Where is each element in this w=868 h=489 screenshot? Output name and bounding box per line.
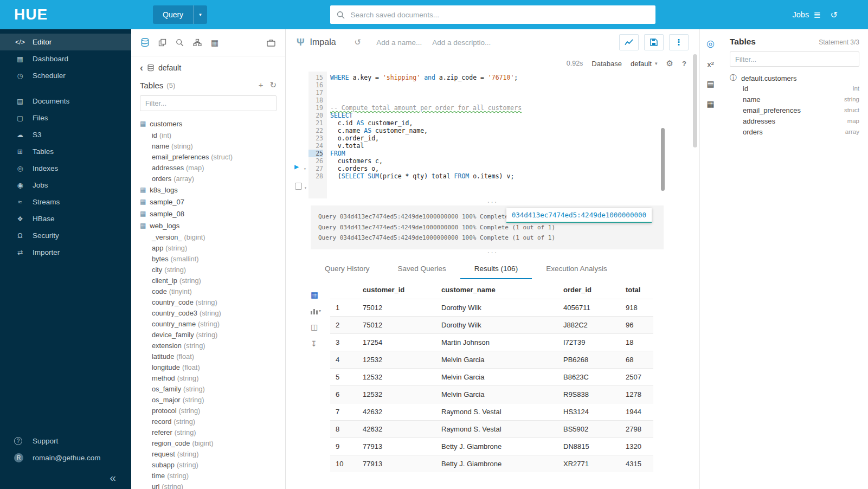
statement-selector-caret[interactable]: ▾ [304, 184, 307, 192]
result-cell[interactable]: Betty J. Giambrone [436, 455, 558, 472]
result-cell[interactable]: Martin Johnson [436, 333, 558, 351]
chart-view-icon[interactable]: ▾ [311, 308, 330, 314]
download-icon[interactable]: ↧ [311, 339, 330, 348]
result-cell[interactable]: HS3124 [558, 403, 620, 420]
assist-table-web-logs[interactable]: ▦web_logs [140, 220, 277, 231]
result-row[interactable]: 317254Martin JohnsonI72T3918 [330, 333, 653, 351]
result-cell[interactable]: 68 [620, 351, 653, 368]
result-cell[interactable]: 96 [620, 316, 653, 333]
assist-column-latitude[interactable]: latitude (float) [140, 351, 277, 362]
assist-table-sample-08[interactable]: ▦sample_08 [140, 208, 277, 220]
result-cell[interactable]: BS5902 [558, 420, 620, 437]
execute-button[interactable]: ▶ [294, 163, 299, 170]
result-cell[interactable]: 4315 [620, 455, 653, 472]
assist-column-method[interactable]: method (string) [140, 372, 277, 383]
result-cell[interactable]: 12532 [357, 351, 436, 368]
assist-column-version[interactable]: _version_ (bigint) [140, 231, 277, 242]
assist-column-email-preferences[interactable]: email_preferences (struct) [140, 151, 277, 162]
result-cell[interactable]: R9S838 [558, 385, 620, 403]
result-row[interactable]: 275012Dorothy WilkJ882C296 [330, 316, 653, 333]
assist-column-country-code3[interactable]: country_code3 (string) [140, 307, 277, 318]
result-row[interactable]: 842632Raymond S. VestalBS59022798 [330, 420, 653, 437]
new-query-button[interactable]: Query [153, 5, 193, 24]
result-row[interactable]: 612532Melvin GarciaR9S8381278 [330, 385, 653, 403]
grid-view-icon[interactable]: ▦ [311, 290, 330, 300]
results-col-order-id[interactable]: order_id [558, 281, 620, 299]
result-cell[interactable]: 42632 [357, 403, 436, 420]
execute-options-caret[interactable]: ▾ [304, 165, 306, 173]
sidebar-item-security[interactable]: ΩSecurity [0, 227, 131, 244]
sidebar-item-hbase[interactable]: ❖HBase [0, 210, 131, 227]
result-cell[interactable]: 75012 [357, 316, 436, 333]
results-col-customer-id[interactable]: customer_id [357, 281, 436, 299]
result-row[interactable]: 175012Dorothy Wilk4056711918 [330, 299, 653, 316]
query-history-icon[interactable]: ↺ [355, 37, 362, 47]
hue-logo[interactable]: HUE [14, 6, 48, 23]
columns-view-icon[interactable]: ◫ [311, 323, 330, 331]
result-cell[interactable]: Melvin Garcia [436, 385, 558, 403]
search-input[interactable] [350, 10, 649, 20]
result-cell[interactable]: Dorothy Wilk [436, 316, 558, 333]
sitemap-icon[interactable] [193, 38, 202, 47]
assist-column-os-major[interactable]: os_major (string) [140, 394, 277, 405]
databases-icon[interactable] [141, 38, 149, 47]
sidebar-item-jobs[interactable]: ◉Jobs [0, 177, 131, 194]
result-cell[interactable]: 1278 [620, 385, 653, 403]
code-editor[interactable]: ▶ ▾ ▾ 1516171819202122232425262728 WHERE… [286, 72, 699, 198]
result-cell[interactable]: 4056711 [558, 299, 620, 316]
assist-column-referer[interactable]: referer (string) [140, 427, 277, 437]
result-cell[interactable]: PB6268 [558, 351, 620, 368]
sidebar-item-tables[interactable]: ⊞Tables [0, 143, 131, 160]
tab-query-history[interactable]: Query History [311, 260, 384, 279]
tab-saved-queries[interactable]: Saved Queries [384, 260, 460, 279]
add-table-icon[interactable]: + [259, 80, 263, 90]
sidebar-item-streams[interactable]: ≈Streams [0, 194, 131, 210]
resize-handle-bottom[interactable]: ··· [286, 249, 699, 255]
results-col-total[interactable]: total [620, 281, 653, 299]
assist-column-record[interactable]: record (string) [140, 416, 277, 427]
code-content[interactable]: WHERE a.key = 'shipping' and a.zip_code … [327, 72, 699, 198]
right-assist-filter-input[interactable] [730, 52, 859, 67]
sidebar-item-importer[interactable]: ⇄Importer [0, 244, 131, 261]
main-scrollbar[interactable] [693, 54, 697, 147]
assistant-icon[interactable]: ◎ [706, 38, 715, 49]
result-cell[interactable]: Dorothy Wilk [436, 299, 558, 316]
assist-column-id[interactable]: id (int) [140, 130, 277, 140]
result-cell[interactable]: 12532 [357, 368, 436, 385]
result-cell[interactable]: 42632 [357, 420, 436, 437]
result-cell[interactable]: 1320 [620, 437, 653, 455]
results-col-index[interactable] [330, 281, 357, 299]
ra-column-name[interactable]: namestring [730, 94, 859, 105]
resize-handle-top[interactable]: ··· [286, 198, 699, 204]
sidebar-item-editor[interactable]: </>Editor [0, 34, 131, 50]
query-id-popup[interactable]: 034d413ec7474ed5:4249de1000000000 [506, 208, 652, 223]
zoom-icon[interactable] [176, 38, 184, 47]
current-database[interactable]: default [158, 63, 181, 72]
ra-column-orders[interactable]: ordersarray [730, 126, 859, 137]
result-row[interactable]: 742632Raymond S. VestalHS31241944 [330, 403, 653, 420]
sidebar-item-files[interactable]: ▢Files [0, 110, 131, 126]
assist-column-region-code[interactable]: region_code (bigint) [140, 437, 277, 448]
result-cell[interactable]: 75012 [357, 299, 436, 316]
result-row[interactable]: 412532Melvin GarciaPB626868 [330, 351, 653, 368]
functions-icon[interactable]: x² [707, 60, 714, 69]
result-cell[interactable]: 77913 [357, 437, 436, 455]
assist-column-subapp[interactable]: subapp (string) [140, 459, 277, 470]
assist-column-time[interactable]: time (string) [140, 470, 277, 481]
assist-column-request[interactable]: request (string) [140, 448, 277, 459]
ra-column-id[interactable]: idint [730, 83, 859, 94]
result-cell[interactable]: 2507 [620, 368, 653, 385]
sidebar-item-user[interactable]: R romain@gethue.com [0, 449, 131, 466]
result-cell[interactable]: XR2771 [558, 455, 620, 472]
result-cell[interactable]: 1944 [620, 403, 653, 420]
assist-column-os-family[interactable]: os_family (string) [140, 383, 277, 394]
result-cell[interactable]: 12532 [357, 385, 436, 403]
assist-column-client-ip[interactable]: client_ip (string) [140, 275, 277, 286]
tab-results-106[interactable]: Results (106) [460, 260, 532, 279]
result-cell[interactable]: J882C2 [558, 316, 620, 333]
briefcase-icon[interactable] [267, 39, 275, 47]
result-cell[interactable]: 17254 [357, 333, 436, 351]
assist-column-longitude[interactable]: longitude (float) [140, 362, 277, 372]
documents-icon[interactable] [158, 38, 166, 47]
result-cell[interactable]: Betty J. Giambrone [436, 437, 558, 455]
